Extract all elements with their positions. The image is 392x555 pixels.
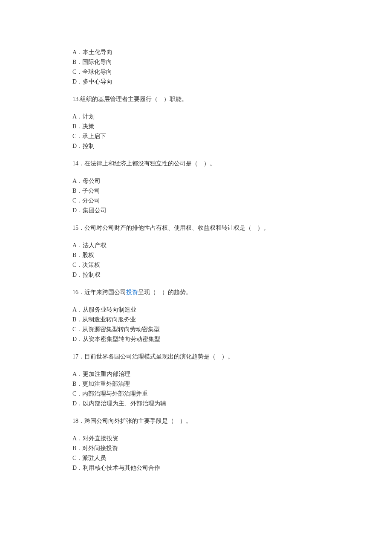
- option-a: A．更加注重内部治理: [72, 370, 320, 379]
- question-16-text: 16．近年来跨国公司投资呈现（ ）的趋势。: [72, 288, 320, 297]
- option-d: D．利用核心技术与其他公司合作: [72, 463, 320, 472]
- option-b: B．子公司: [72, 186, 320, 195]
- option-d: D．以内部治理为主、外部治理为辅: [72, 399, 320, 408]
- question-15-options: A．法人产权 B．股权 C．决策权 D．控制权: [72, 241, 320, 279]
- question-18-options: A．对外直接投资 B．对外间接投资 C．派驻人员 D．利用核心技术与其他公司合作: [72, 434, 320, 472]
- question-18-text: 18．跨国公司向外扩张的主要手段是（ ）。: [72, 416, 320, 425]
- option-c: C．内部治理与外部治理并重: [72, 389, 320, 398]
- option-a: A．本土化导向: [72, 48, 320, 57]
- option-a: A．法人产权: [72, 241, 320, 250]
- option-c: C．分公司: [72, 196, 320, 205]
- question-16-text-after: 呈现（ ）的趋势。: [138, 289, 192, 295]
- option-b: B．从制造业转向服务业: [72, 315, 320, 324]
- option-a: A．对外直接投资: [72, 434, 320, 443]
- option-d: D．控制权: [72, 270, 320, 279]
- question-15-text: 15．公司对公司财产的排他性占有权、使用权、收益权和转让权是（ ）。: [72, 223, 320, 232]
- option-d: D．集团公司: [72, 206, 320, 215]
- investment-link[interactable]: 投资: [126, 289, 138, 295]
- option-b: B．决策: [72, 122, 320, 131]
- option-a: A．从服务业转向制造业: [72, 305, 320, 314]
- option-a: A．计划: [72, 112, 320, 121]
- question-14-options: A．母公司 B．子公司 C．分公司 D．集团公司: [72, 176, 320, 215]
- question-12-options: A．本土化导向 B．国际化导向 C．全球化导向 D．多中心导向: [72, 48, 320, 86]
- question-13-text: 13.组织的基层管理者主要履行（ ）职能。: [72, 95, 320, 104]
- option-b: B．国际化导向: [72, 58, 320, 66]
- option-c: C．决策权: [72, 260, 320, 269]
- question-14-text: 14．在法律上和经济上都没有独立性的公司是（ ）。: [72, 159, 320, 168]
- question-16-options: A．从服务业转向制造业 B．从制造业转向服务业 C．从资源密集型转向劳动密集型 …: [72, 305, 320, 344]
- option-c: C．派驻人员: [72, 454, 320, 462]
- option-b: B．对外间接投资: [72, 444, 320, 453]
- question-17-options: A．更加注重内部治理 B．更加注重外部治理 C．内部治理与外部治理并重 D．以内…: [72, 370, 320, 408]
- option-d: D．控制: [72, 142, 320, 150]
- question-17-text: 17．目前世界各国公司治理模式呈现出的演化趋势是（ ）。: [72, 352, 320, 361]
- option-d: D．从资本密集型转向劳动密集型: [72, 335, 320, 344]
- option-b: B．更加注重外部治理: [72, 379, 320, 388]
- option-a: A．母公司: [72, 176, 320, 185]
- question-16-text-before: 16．近年来跨国公司: [72, 289, 126, 295]
- option-c: C．承上启下: [72, 132, 320, 141]
- option-b: B．股权: [72, 251, 320, 260]
- question-13-options: A．计划 B．决策 C．承上启下 D．控制: [72, 112, 320, 150]
- option-c: C．全球化导向: [72, 67, 320, 76]
- option-d: D．多中心导向: [72, 77, 320, 86]
- option-c: C．从资源密集型转向劳动密集型: [72, 325, 320, 334]
- document-page: A．本土化导向 B．国际化导向 C．全球化导向 D．多中心导向 13.组织的基层…: [0, 0, 392, 506]
